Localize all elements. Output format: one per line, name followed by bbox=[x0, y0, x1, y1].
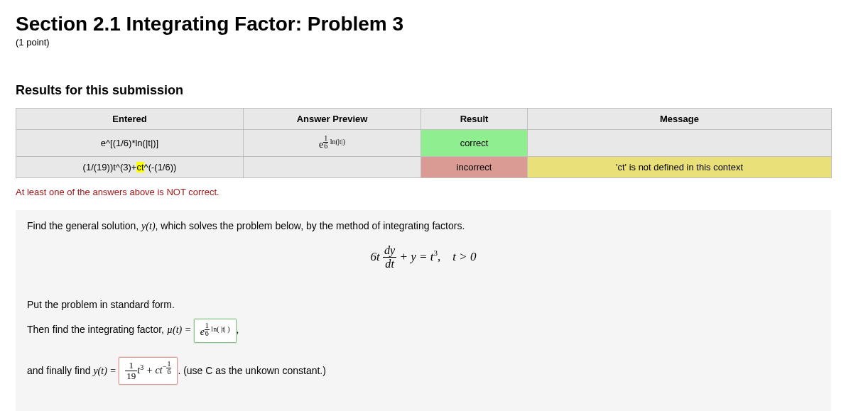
intro-yoft: y(t) bbox=[141, 221, 155, 231]
mu-symbol: µ(t) = bbox=[167, 325, 194, 336]
y-frac-num: 1 bbox=[125, 361, 137, 371]
submission-warning: At least one of the answers above is NOT… bbox=[16, 187, 852, 197]
eqn-lead: 6t bbox=[371, 250, 380, 263]
entered-highlight: ct bbox=[136, 162, 143, 172]
intro-pre: Find the general solution, bbox=[27, 220, 141, 231]
mu-pre: Then find the integrating factor, bbox=[27, 324, 167, 336]
table-row: e^[(1/6)*ln(|t|)] e16 ln(|t|) correct bbox=[16, 130, 832, 157]
y-negexp-den: 6 bbox=[166, 368, 171, 376]
col-message: Message bbox=[528, 109, 832, 130]
points-label: (1 point) bbox=[16, 37, 852, 48]
y-line: and finally find y(t) = 1 19 t3 + ct−16 … bbox=[27, 357, 820, 385]
table-header-row: Entered Answer Preview Result Message bbox=[16, 109, 832, 130]
entered-cell: (1/(19))t^(3)+ct^(-(1/6)) bbox=[16, 157, 244, 178]
table-row: (1/(19))t^(3)+ct^(-(1/6)) incorrect 'ct'… bbox=[16, 157, 832, 178]
results-table: Entered Answer Preview Result Message e^… bbox=[16, 108, 832, 178]
mu-line: Then find the integrating factor, µ(t) =… bbox=[27, 319, 820, 342]
eqn-frac-num: dy bbox=[383, 245, 396, 258]
y-eq: y(t) = bbox=[93, 365, 119, 376]
y-tail: . (use C as the unkown constant.) bbox=[178, 364, 326, 376]
entered-cell: e^[(1/6)*ln(|t|)] bbox=[16, 130, 244, 157]
problem-intro: Find the general solution, y(t), which s… bbox=[27, 220, 820, 232]
mu-exp-den: 6 bbox=[205, 330, 210, 337]
mu-comma: , bbox=[237, 324, 239, 336]
y-frac-den: 19 bbox=[125, 371, 137, 381]
col-preview: Answer Preview bbox=[244, 109, 421, 130]
eqn-mid: + y = t bbox=[400, 250, 434, 263]
y-answer-box[interactable]: 1 19 t3 + ct−16 bbox=[119, 357, 178, 385]
col-result: Result bbox=[421, 109, 528, 130]
eqn-frac-den: dt bbox=[383, 258, 396, 270]
eqn-tail: , t > 0 bbox=[438, 250, 476, 263]
message-cell bbox=[528, 130, 832, 157]
intro-post: , which solves the problem below, by the… bbox=[156, 220, 465, 231]
y-plus: + ct bbox=[143, 365, 163, 376]
entered-post: ^(-(1/6)) bbox=[144, 162, 177, 172]
col-entered: Entered bbox=[16, 109, 244, 130]
results-heading: Results for this submission bbox=[16, 83, 852, 98]
entered-pre: (1/(19))t^(3)+ bbox=[83, 162, 137, 172]
result-cell: correct bbox=[421, 130, 528, 157]
y-negexp-num: 1 bbox=[166, 361, 171, 368]
y-pre: and finally find bbox=[27, 364, 93, 376]
preview-exp-tail: ln(|t|) bbox=[328, 138, 345, 146]
preview-cell bbox=[244, 157, 421, 178]
preview-cell: e16 ln(|t|) bbox=[244, 130, 421, 157]
equation: 6t dy dt + y = t3, t > 0 bbox=[27, 245, 820, 270]
result-cell: incorrect bbox=[421, 157, 528, 178]
mu-exp-ln: ln( |t| ) bbox=[210, 325, 230, 333]
page-title: Section 2.1 Integrating Factor: Problem … bbox=[16, 13, 852, 35]
problem-body: Find the general solution, y(t), which s… bbox=[16, 210, 831, 411]
message-cell: 'ct' is not defined in this context bbox=[528, 157, 832, 178]
standard-form-line: Put the problem in standard form. bbox=[27, 299, 820, 310]
mu-answer-box[interactable]: e16 ln( |t| ) bbox=[194, 319, 237, 342]
